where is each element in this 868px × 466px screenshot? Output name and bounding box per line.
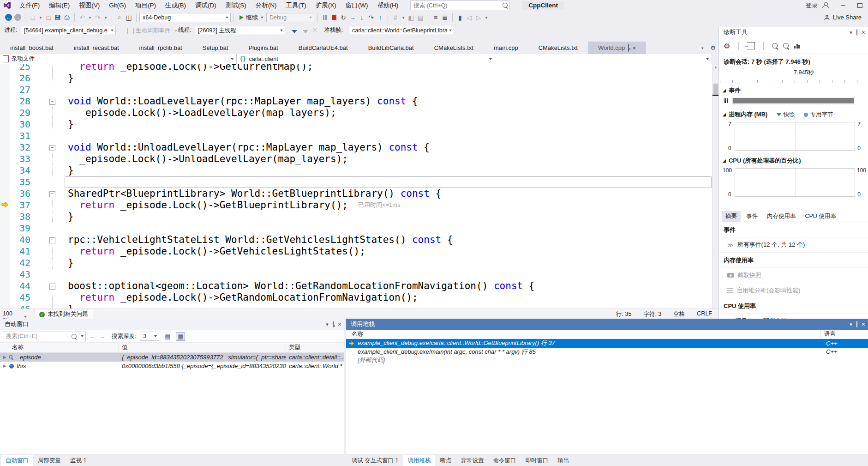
save-all-button[interactable]: ⎙ <box>62 13 72 22</box>
member-dropdown[interactable] <box>495 54 712 64</box>
breakpoint-margin[interactable] <box>0 96 10 107</box>
prev-bookmark-button[interactable]: ◁ <box>465 13 474 22</box>
doc-tab-install-recast-bat[interactable]: install_recast.bat <box>64 42 129 54</box>
diag-tab-内存使用率[interactable]: 内存使用率 <box>763 211 800 222</box>
step-out-button[interactable]: ↑ <box>376 13 385 22</box>
menu-item-10[interactable]: 扩展(X) <box>311 2 341 9</box>
column-header-value[interactable]: 值 <box>119 344 286 351</box>
code-editor[interactable]: 25 return _episode.Lock()->GetCurrentMap… <box>0 64 712 309</box>
maximize-button[interactable] <box>851 0 868 11</box>
code-text[interactable]: } <box>68 119 74 130</box>
breakpoint-margin[interactable] <box>0 176 10 188</box>
breakpoint-margin[interactable] <box>0 200 10 211</box>
pin-icon[interactable] <box>856 30 857 35</box>
new-file-button[interactable]: □ <box>28 13 37 22</box>
menu-item-7[interactable]: 测试(S) <box>221 2 251 9</box>
breakpoint-margin[interactable] <box>0 292 10 303</box>
flag-threads-button[interactable]: ⤫ <box>313 27 317 33</box>
doc-tab-cmakelists-txt[interactable]: CMakeLists.txt <box>424 42 484 54</box>
project-dropdown[interactable]: 杂项文件 <box>0 54 237 64</box>
window-menu-icon[interactable]: ▾ <box>850 30 852 36</box>
bookmark-button[interactable]: ▮ <box>455 13 465 22</box>
tab-断点[interactable]: 断点 <box>435 455 456 466</box>
outline-collapse-button[interactable]: ≡ <box>431 13 440 22</box>
show-all-rows-icon[interactable]: ▦ <box>176 332 185 341</box>
breakpoint-margin[interactable] <box>0 73 10 84</box>
column-header-name[interactable]: 名称 <box>0 344 119 351</box>
stack-frame-0[interactable]: example_client_debug.exe!carla::client::… <box>346 339 868 348</box>
tab-输出[interactable]: 输出 <box>553 455 574 466</box>
code-text[interactable]: return _episode.Lock()->GetRandomLocatio… <box>68 292 418 303</box>
bookmark-overflow[interactable]: ▾ <box>483 13 490 22</box>
continue-button[interactable]: 继续 <box>237 12 266 23</box>
menu-item-0[interactable]: 文件(F) <box>15 2 44 9</box>
account-icon[interactable] <box>822 2 828 8</box>
stack-frame-1[interactable]: example_client_debug.exe!main(int argc, … <box>346 348 868 357</box>
document-health-indicator[interactable]: ✓ 未找到相关问题 <box>34 309 93 320</box>
breakpoint-margin[interactable] <box>0 107 10 119</box>
diag-tab-摘要[interactable]: 摘要 <box>722 211 741 222</box>
fold-collapse-icon[interactable]: − <box>49 237 55 243</box>
tab-即时窗口[interactable]: 即时窗口 <box>521 455 553 466</box>
breakpoint-margin[interactable] <box>0 303 10 309</box>
doc-tab-install-rpclib-bat[interactable]: install_rpclib.bat <box>129 42 192 54</box>
code-text[interactable]: } <box>68 257 74 269</box>
tab-局部变量[interactable]: 局部变量 <box>33 455 66 466</box>
scrollbar-thumb[interactable] <box>713 84 718 96</box>
search-next-icon[interactable]: → <box>99 333 105 340</box>
breakpoint-margin[interactable] <box>0 165 10 176</box>
debug-target-combo[interactable]: Debug <box>266 13 314 22</box>
line-indicator[interactable]: 行: 35 <box>616 310 631 318</box>
breakpoint-margin[interactable] <box>0 234 10 246</box>
window-menu-icon[interactable]: ▾ <box>326 321 329 327</box>
redo-dropdown[interactable]: ▾ <box>102 13 109 22</box>
menu-item-11[interactable]: 窗口(W) <box>341 2 373 9</box>
pin-icon[interactable] <box>628 42 629 54</box>
quick-search-box[interactable] <box>410 0 510 10</box>
menu-item-9[interactable]: 工具(T) <box>281 2 311 9</box>
code-text[interactable]: SharedPtr<BlueprintLibrary> World::GetBl… <box>68 188 441 200</box>
breakpoint-margin[interactable] <box>0 246 10 257</box>
variable-row-_episode[interactable]: ▶_episode{_episode_id=883435202307599377… <box>0 353 344 362</box>
diag-tab-CPU 使用率[interactable]: CPU 使用率 <box>802 211 840 222</box>
stack-frame-combo[interactable]: carla::client::World::GetBlueprintLibrar… <box>349 26 454 35</box>
active-files-dropdown[interactable]: ▾ <box>699 43 706 53</box>
breakpoint-margin[interactable] <box>0 269 10 280</box>
column-indicator[interactable]: 字符: 3 <box>643 310 661 318</box>
code-text[interactable]: _episode.Lock()->UnloadLevelLayer(map_la… <box>68 153 348 165</box>
code-text[interactable]: } <box>68 73 74 84</box>
thread-combo[interactable]: [26092] 主线程 <box>195 26 285 35</box>
live-share-button[interactable]: Live Share <box>824 14 862 21</box>
fold-collapse-icon[interactable]: − <box>49 99 55 105</box>
doc-tab-world-cpp[interactable]: World.cpp× <box>588 42 646 54</box>
open-file-button[interactable]: 🗀︎ <box>44 13 53 22</box>
settings-gear-icon[interactable]: ⚙ <box>724 42 730 50</box>
breakpoint-margin[interactable] <box>0 257 10 269</box>
search-options-dropdown[interactable] <box>81 335 84 337</box>
autos-search-box[interactable] <box>3 332 86 341</box>
doc-tab-install-boost-bat[interactable]: install_boost.bat <box>0 42 64 54</box>
scope-dropdown[interactable]: {} carla::client <box>237 54 495 64</box>
code-text[interactable]: return _episode.Lock()->GetVehiclesLight… <box>68 246 365 257</box>
breakpoint-margin[interactable] <box>0 153 10 165</box>
code-text[interactable]: _episode.Lock()->LoadLevelLayer(map_laye… <box>68 107 336 119</box>
autos-search-input[interactable] <box>5 333 70 340</box>
close-icon[interactable]: × <box>338 321 341 328</box>
find-in-files-button[interactable]: ⌕ <box>115 13 124 22</box>
menu-item-4[interactable]: 项目(P) <box>131 2 161 9</box>
code-text[interactable]: return _episode.Lock()->GetBlueprintLibr… <box>68 200 401 211</box>
hex-display-button[interactable]: # <box>391 13 400 22</box>
zoom-in-icon[interactable]: + <box>772 43 778 48</box>
doc-tab-plugins-bat[interactable]: Plugins.bat <box>238 42 288 54</box>
next-bookmark-button[interactable]: ▷ <box>474 13 483 22</box>
breakpoint-margin[interactable] <box>0 130 10 142</box>
process-combo[interactable]: [54664] example_client_debug.e <box>21 26 116 35</box>
parallel-stacks-button[interactable]: ▤ <box>416 13 425 22</box>
close-icon[interactable]: × <box>862 29 865 36</box>
doc-tab-buildcarlaue4-bat[interactable]: BuildCarlaUE4.bat <box>288 42 358 54</box>
all-events-link[interactable]: ≫ 所有事件(12 个, 共 12 个) <box>719 237 868 253</box>
cpu-section-header[interactable]: ◢ CPU (所有处理器的百分比) <box>719 153 868 166</box>
breakpoint-margin[interactable] <box>0 280 10 292</box>
navigate-back-button[interactable]: ← <box>4 13 13 22</box>
menu-item-6[interactable]: 调试(D) <box>191 2 221 9</box>
